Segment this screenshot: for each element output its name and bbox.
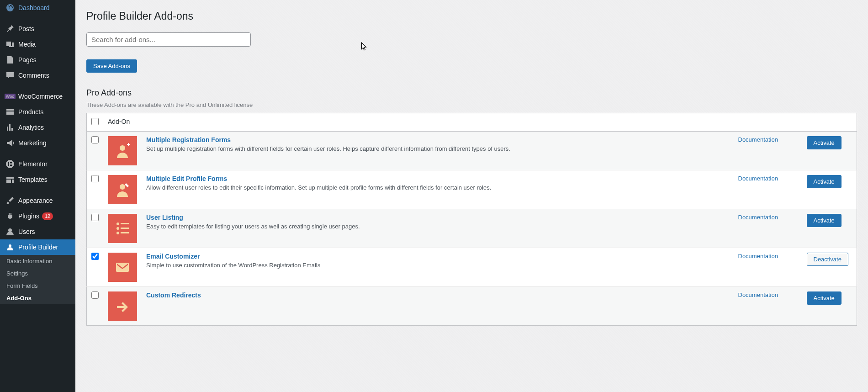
svg-point-4 [120,184,125,190]
sidebar-item-woocommerce[interactable]: WooWooCommerce [0,89,75,104]
addon-title: Multiple Registration Forms [146,136,729,143]
addon-icon [108,253,137,282]
sidebar-item-posts[interactable]: Posts [0,21,75,37]
addon-title: User Listing [146,214,729,221]
page-title: Profile Builder Add-ons [86,10,857,22]
deactivate-button[interactable]: Deactivate [807,253,848,266]
sidebar-item-pages[interactable]: Pages [0,52,75,68]
sidebar-item-appearance[interactable]: Appearance [0,193,75,208]
addon-title: Custom Redirects [146,291,729,299]
addon-row: User ListingEasy to edit templates for l… [87,209,857,248]
sidebar-item-users[interactable]: Users [0,224,75,239]
addon-checkbox[interactable] [91,214,99,221]
section-subtitle: These Add-ons are available with the Pro… [86,101,857,108]
sidebar-item-label: Templates [18,176,48,183]
sidebar-item-label: Appearance [18,197,53,204]
activate-button[interactable]: Activate [807,214,842,227]
section-heading: Pro Add-ons [86,88,857,98]
addon-row: Multiple Registration FormsSet up multip… [87,132,857,170]
sidebar-item-comments[interactable]: Comments [0,68,75,83]
documentation-link[interactable]: Documentation [738,136,778,143]
addon-icon [108,214,137,243]
addon-title: Email Customizer [146,253,729,260]
submenu-settings[interactable]: Settings [0,267,75,280]
sidebar-item-media[interactable]: Media [0,37,75,52]
documentation-link[interactable]: Documentation [738,175,778,182]
activate-button[interactable]: Activate [807,291,842,305]
sidebar-item-analytics[interactable]: Analytics [0,120,75,135]
sidebar-item-label: Products [18,108,43,116]
sidebar-item-label: WooCommerce [18,93,63,100]
addon-checkbox[interactable] [91,291,99,299]
sidebar-item-elementor[interactable]: Elementor [0,156,75,172]
sidebar-item-templates[interactable]: Templates [0,172,75,187]
submenu-basic-information[interactable]: Basic Information [0,255,75,267]
sidebar-item-label: Pages [18,56,37,64]
sidebar-item-label: Profile Builder [18,244,58,251]
products-icon [5,107,15,117]
plug-icon [5,212,15,221]
woocommerce-icon: Woo [5,92,15,101]
sidebar-item-label: Media [18,41,36,48]
addon-description: Allow different user roles to edit their… [146,184,729,191]
addon-description: Simple to use customization of the WordP… [146,262,729,269]
addon-icon [108,291,137,321]
sidebar-item-label: Posts [18,25,34,32]
pin-icon [5,24,15,33]
documentation-link[interactable]: Documentation [738,253,778,260]
analytics-icon [5,123,15,132]
svg-point-9 [116,232,119,234]
update-count-badge: 12 [42,212,53,220]
comment-icon [5,71,15,80]
templates-icon [5,175,15,184]
addon-checkbox[interactable] [91,175,99,182]
select-all-checkbox[interactable] [91,118,99,125]
addon-description: Set up multiple registration forms with … [146,145,729,152]
elementor-icon [5,159,15,169]
sidebar-item-label: Comments [18,72,49,79]
save-addons-button[interactable]: Save Add-ons [86,59,137,73]
search-input[interactable] [86,32,251,47]
addon-title: Multiple Edit Profile Forms [146,175,729,182]
dashboard-icon [5,3,15,12]
svg-rect-8 [121,228,129,229]
media-icon [5,40,15,49]
svg-point-5 [116,222,119,225]
svg-rect-10 [121,232,129,233]
page-icon [5,55,15,64]
sidebar-item-marketing[interactable]: Marketing [0,135,75,151]
brush-icon [5,196,15,205]
addon-row: Custom RedirectsDocumentationActivate [87,287,857,326]
submenu-add-ons[interactable]: Add-Ons [0,292,75,304]
addon-row: Multiple Edit Profile FormsAllow differe… [87,170,857,209]
svg-point-7 [116,227,119,230]
addon-checkbox[interactable] [91,136,99,143]
addon-icon [108,136,137,165]
svg-point-2 [9,244,11,247]
submenu-form-fields[interactable]: Form Fields [0,280,75,292]
documentation-link[interactable]: Documentation [738,291,778,298]
megaphone-icon [5,138,15,148]
profile-builder-icon [5,243,15,252]
activate-button[interactable]: Activate [807,175,842,188]
documentation-link[interactable]: Documentation [738,214,778,221]
sidebar-item-dashboard[interactable]: Dashboard [0,0,75,16]
addon-row: Email CustomizerSimple to use customizat… [87,248,857,287]
svg-rect-11 [116,263,129,272]
main-content: Profile Builder Add-ons Save Add-ons Pro… [75,0,868,392]
addon-description: Easy to edit templates for listing your … [146,223,729,230]
sidebar-item-label: Users [18,228,35,235]
sidebar-item-label: Plugins [18,212,39,220]
sidebar-item-products[interactable]: Products [0,104,75,120]
svg-rect-6 [121,223,129,224]
svg-point-1 [8,228,12,232]
sidebar-item-label: Elementor [18,160,48,168]
sidebar-item-label: Analytics [18,124,44,131]
sidebar-item-profile-builder[interactable]: Profile Builder [0,239,75,255]
submenu: Basic Information Settings Form Fields A… [0,255,75,304]
user-icon [5,227,15,236]
sidebar-item-plugins[interactable]: Plugins12 [0,208,75,224]
addon-checkbox[interactable] [91,253,99,260]
activate-button[interactable]: Activate [807,136,842,149]
sidebar-item-label: Marketing [18,139,46,147]
